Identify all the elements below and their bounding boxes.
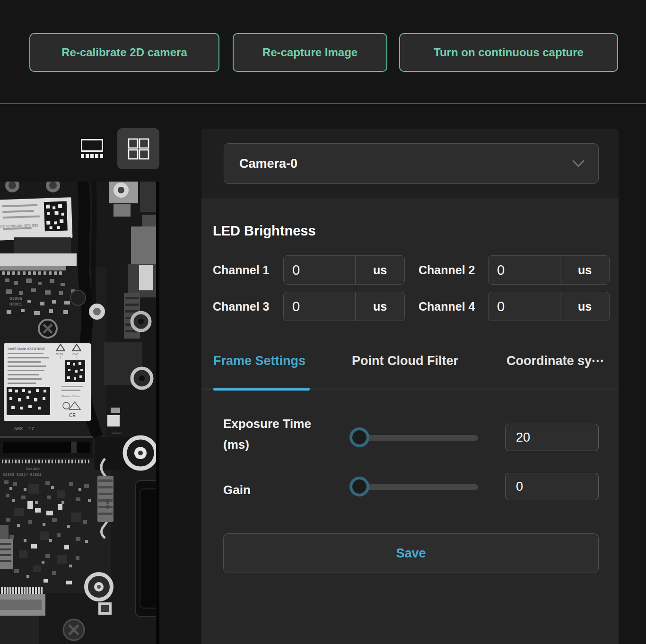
gain-value-input[interactable] (506, 473, 598, 500)
camera-select-value: Camera-0 (239, 157, 297, 171)
pcb-wifi-module-label: Intel® Model AX211NGW MAIN 2 AUX 1 (4, 343, 91, 421)
channel-1-label: Channel 1 (213, 255, 269, 285)
pcb-wifi-model-text: Intel® Model AX211NGW (8, 347, 45, 350)
pcb-a03-text: A03- 17 (14, 426, 34, 432)
pcb-ce-mark: CE (69, 413, 76, 418)
carousel-view-icon[interactable] (81, 139, 103, 161)
exposure-slider-handle[interactable] (349, 427, 369, 447)
channel-3-label: Channel 3 (213, 292, 269, 321)
channel-4-label: Channel 4 (419, 292, 475, 321)
channel-3-unit: us (355, 292, 404, 321)
pcb-sticker-label: GB 630 nonbuch 30pin F (0, 197, 72, 241)
channel-1-input[interactable] (284, 256, 355, 284)
camera-select[interactable]: Camera-0 (224, 143, 599, 184)
channel-2-unit: us (560, 256, 609, 284)
chevron-down-icon (572, 160, 585, 168)
grid-view-icon (128, 138, 149, 160)
exposure-value-input[interactable] (506, 424, 598, 451)
carousel-screen-shape (81, 139, 103, 152)
camera-settings-panel: Camera-0 LED Brightness Channel 1 us Cha… (201, 129, 619, 644)
camera-capture-image[interactable]: GB 630 nonbuch 30pin F (0, 182, 159, 644)
save-button[interactable]: Save (223, 533, 599, 573)
tab-frame-settings[interactable]: Frame Settings (213, 354, 306, 368)
app-window: Re-calibrate 2D camera Re-capture Image … (0, 0, 646, 644)
channel-1-unit: us (355, 256, 404, 284)
pcb-refs-text: 02803 02814 02861 (3, 472, 42, 477)
carousel-dots-shape (81, 154, 103, 158)
gain-slider-handle[interactable] (349, 477, 369, 496)
tab-coordinate-system[interactable]: Coordinate sy··· (506, 354, 604, 368)
active-tab-indicator (213, 388, 310, 391)
exposure-time-label: Exposure Time (ms) (223, 413, 311, 455)
channel-1-input-group: us (283, 255, 405, 285)
channel-3-input[interactable] (284, 292, 355, 321)
exposure-label-line2: (ms) (223, 434, 311, 455)
pcb-32795-text: 32795 (112, 431, 122, 435)
channel-2-input[interactable] (489, 256, 560, 284)
pcb-main-text: MAIN (56, 352, 63, 355)
channel-4-unit: us (560, 292, 609, 321)
toolbar-divider (0, 103, 646, 104)
grid-view-button[interactable] (117, 128, 159, 169)
pcb-image: GB 630 nonbuch 30pin F (0, 182, 159, 644)
gain-slider[interactable] (349, 477, 491, 497)
pcb-cn1300-text: CN1300 (26, 467, 40, 471)
channel-4-input[interactable] (489, 292, 560, 321)
exposure-value-box (505, 424, 599, 451)
pcb-aux-text: AUX (72, 352, 78, 355)
channel-2-input-group: us (488, 255, 610, 285)
gain-value-box (505, 473, 599, 500)
tab-point-cloud-filter[interactable]: Point Cloud Filter (352, 354, 458, 368)
continuous-capture-button[interactable]: Turn on continuous capture (399, 33, 618, 72)
recalibrate-2d-camera-button[interactable]: Re-calibrate 2D camera (29, 33, 219, 72)
gain-slider-track[interactable] (354, 484, 478, 490)
exposure-time-slider[interactable] (349, 427, 491, 448)
gain-label: Gain (223, 479, 251, 500)
pcb-ref-u3001: U3001 (9, 302, 22, 307)
exposure-slider-track[interactable] (354, 435, 478, 441)
channel-2-label: Channel 2 (419, 255, 475, 285)
channel-3-input-group: us (283, 292, 405, 321)
channel-4-input-group: us (488, 292, 610, 321)
pcb-cn302-text: CN302 (106, 499, 110, 509)
pcb-made-in-text: Made in China (61, 395, 80, 398)
pcb-ref-g3006: G3006 (9, 296, 22, 301)
camera-select-section: Camera-0 (201, 129, 619, 199)
led-brightness-title: LED Brightness (213, 223, 316, 239)
recapture-image-button[interactable]: Re-capture Image (233, 33, 387, 72)
exposure-label-line1: Exposure Time (223, 413, 311, 434)
